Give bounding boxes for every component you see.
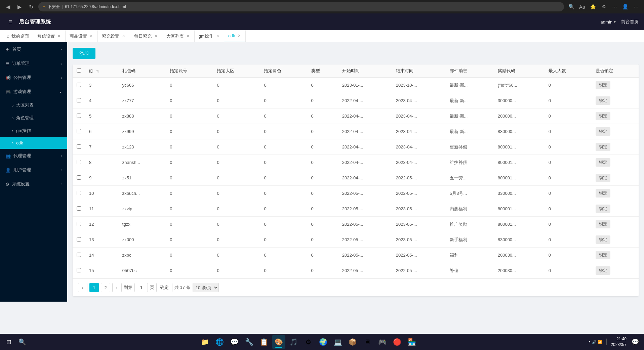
page-2-button[interactable]: 2 [101,283,110,292]
row-role: 0 [260,263,307,278]
taskbar-app-tool1[interactable]: 🔧 [242,335,256,349]
taskbar-app-music[interactable]: 🎵 [287,335,300,349]
taskbar-app-cmd[interactable]: 💻 [331,335,345,349]
lock-button-14[interactable]: 锁定 [596,251,610,259]
row-checkbox-11[interactable] [77,206,81,211]
browser-settings-icon[interactable]: ⚙ [599,2,608,11]
sidebar-orders-header[interactable]: ☰ 订单管理 ‹ [0,56,67,71]
lock-button-13[interactable]: 锁定 [596,235,610,244]
tab-zone[interactable]: 大区列表 ✕ [162,30,195,42]
add-button[interactable]: 添加 [73,48,95,59]
sidebar-game-header[interactable]: 🎮 游戏管理 ∨ [0,85,67,99]
row-checkbox-8[interactable] [77,160,81,164]
sidebar-user-header[interactable]: 👤 用户管理 ‹ [0,163,67,177]
row-checkbox-6[interactable] [77,129,81,133]
row-checkbox-cell [73,108,85,124]
browser-profile-icon[interactable]: 👤 [620,2,630,11]
per-page-select[interactable]: 10 条/页 20 条/页 50 条/页 [193,283,219,292]
tab-cdk[interactable]: cdk ✕ [224,30,246,42]
browser-fav-icon[interactable]: ⭐ [588,2,598,11]
taskbar-app-store[interactable]: 🏪 [405,335,418,349]
sidebar-item-home[interactable]: ⊞ 首页 › [0,42,67,56]
goto-input[interactable] [134,283,148,292]
row-checkbox-5[interactable] [77,114,81,118]
taskbar-search[interactable]: 🔍 [16,336,28,348]
taskbar-app-active[interactable]: 🎨 [272,335,285,349]
clock[interactable]: 21:40 2023/3/7 [611,336,627,348]
row-checkbox-13[interactable] [77,237,81,242]
row-checkbox-3[interactable] [77,83,81,87]
browser-search-icon[interactable]: 🔍 [567,2,576,11]
tab-daily[interactable]: 每日紧充 ✕ [130,30,162,42]
tab-daily-close[interactable]: ✕ [154,34,158,39]
row-checkbox-14[interactable] [77,253,81,257]
start-button[interactable]: ⊞ [3,336,15,348]
notifications-button[interactable]: 💬 [629,336,641,348]
id-sort-icon[interactable]: ⇅ [96,69,99,74]
sidebar-item-cdk[interactable]: › cdk [0,137,67,149]
front-page-button[interactable]: 前台首页 [621,19,639,25]
lock-button-3[interactable]: 锁定 [596,81,610,89]
sidebar-notice-header[interactable]: 📢 公告管理 ‹ [0,71,67,85]
tab-recharge-close[interactable]: ✕ [121,34,126,39]
lock-button-15[interactable]: 锁定 [596,266,610,275]
lock-button-4[interactable]: 锁定 [596,96,610,105]
lock-button-7[interactable]: 锁定 [596,143,610,151]
taskbar-app-browser2[interactable]: 🌍 [316,335,330,349]
taskbar-app-tool2[interactable]: 📋 [257,335,271,349]
row-checkbox-12[interactable] [77,222,81,226]
sidebar-agent-header[interactable]: 👥 代理管理 ‹ [0,149,67,163]
sidebar-item-role[interactable]: › 角色管理 [0,112,67,124]
forward-button[interactable]: ▶ [15,2,24,11]
row-checkbox-4[interactable] [77,98,81,102]
tab-cdk-close[interactable]: ✕ [237,33,241,38]
lock-button-11[interactable]: 锁定 [596,205,610,213]
taskbar-app-edge[interactable]: 🌐 [213,335,226,349]
taskbar-app-settings[interactable]: ⚙ [301,335,315,349]
taskbar-app-pkg[interactable]: 📦 [346,335,359,349]
select-all-checkbox[interactable] [77,68,81,73]
browser-more-icon[interactable]: ⋯ [610,2,619,11]
refresh-button[interactable]: ↻ [26,2,36,11]
taskbar-app-monitor[interactable]: 🖥 [361,335,374,349]
row-checkbox-7[interactable] [77,144,81,149]
sidebar-notice-label: 公告管理 [13,75,58,81]
admin-label: admin [601,19,612,25]
page-1-button[interactable]: 1 [89,283,99,292]
taskbar-app-explorer[interactable]: 📁 [198,335,211,349]
tab-gm-close[interactable]: ✕ [215,34,220,39]
lock-button-8[interactable]: 锁定 [596,158,610,167]
lock-button-6[interactable]: 锁定 [596,127,610,136]
tab-gm[interactable]: gm操作 ✕ [195,30,224,42]
tab-recharge[interactable]: 紧充设置 ✕ [98,30,130,42]
row-checkbox-10[interactable] [77,191,81,195]
sidebar-item-zone-list[interactable]: › 大区列表 [0,99,67,112]
lock-button-5[interactable]: 锁定 [596,112,610,120]
lock-button-10[interactable]: 锁定 [596,189,610,198]
tab-sms[interactable]: 短信设置 ✕ [33,30,66,42]
next-page-button[interactable]: › [112,283,122,292]
tab-sms-close[interactable]: ✕ [57,34,61,39]
lock-button-12[interactable]: 锁定 [596,220,610,228]
lock-button-9[interactable]: 锁定 [596,174,610,182]
row-checkbox-15[interactable] [77,268,81,272]
taskbar-app-wechat[interactable]: 💬 [228,335,241,349]
tab-goods[interactable]: 商品设置 ✕ [66,30,98,42]
taskbar-app-rec[interactable]: 🔴 [390,335,404,349]
tab-home[interactable]: ⌂ 我的桌面 [3,30,33,42]
tab-goods-close[interactable]: ✕ [89,34,93,39]
row-checkbox-9[interactable] [77,175,81,180]
confirm-button[interactable]: 确定 [156,283,172,292]
prev-page-button[interactable]: ‹ [78,283,87,292]
sidebar-system-header[interactable]: ⚙ 系统设置 ‹ [0,177,67,191]
sidebar-item-gm[interactable]: › gm操作 [0,124,67,137]
address-bar[interactable]: ⚠ 不安全 | 61.171.65.229:8/admin/Index.html [38,2,564,11]
admin-dropdown-button[interactable]: admin ▾ [601,19,616,25]
browser-menu-icon[interactable]: ⋯ [631,2,641,11]
back-button[interactable]: ◀ [3,2,13,11]
taskbar-app-game[interactable]: 🎮 [375,335,389,349]
tab-zone-close[interactable]: ✕ [186,34,190,39]
browser-read-icon[interactable]: Aa [577,2,587,11]
menu-toggle-button[interactable]: ≡ [5,17,15,27]
row-gift-code: zx888 [118,108,166,124]
